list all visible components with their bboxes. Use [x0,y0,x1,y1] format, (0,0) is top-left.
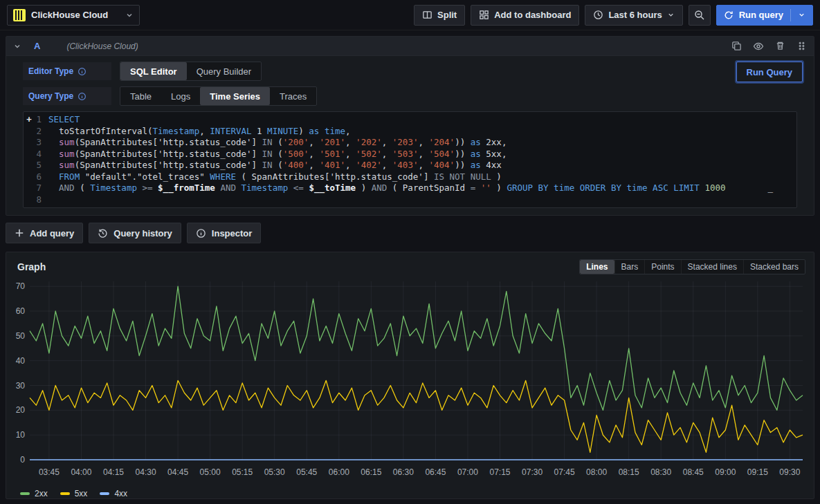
dashboard-grid-icon [479,10,489,20]
query-type-time-series[interactable]: Time Series [200,87,270,105]
add-line-icon [24,137,35,149]
query-type-traces[interactable]: Traces [270,87,316,105]
editor-type-label: Editor Type [28,66,73,76]
add-query-label: Add query [30,228,74,239]
x-tick-label: 05:30 [264,467,285,477]
graph-mode-lines[interactable]: Lines [580,260,614,274]
x-tick-label: 08:45 [683,467,704,477]
add-query-button[interactable]: Add query [6,223,83,243]
chevron-down-icon [125,11,134,19]
datasource-picker[interactable]: ClickHouse Cloud [7,5,140,26]
legend-swatch-icon [100,492,109,495]
legend-item-4xx[interactable]: 4xx [100,489,127,498]
line-number: 2 [35,126,48,138]
line-number: 4 [35,149,48,160]
y-tick-label: 50 [16,331,26,341]
run-query-button[interactable]: Run query [716,5,813,26]
x-tick-label: 04:00 [71,467,91,477]
explore-toolbar: ClickHouse Cloud Split Add to dashboard … [0,0,820,30]
sql-line-code: FROM "default"."otel_traces" WHERE ( Spa… [48,171,502,183]
editor-type-sql-editor[interactable]: SQL Editor [120,62,187,80]
query-type-label-box: Query Type [23,87,111,105]
y-tick-label: 0 [20,455,25,465]
add-line-icon [24,183,35,194]
sql-editor[interactable]: +1SELECT2 toStartOfInterval(Timestamp, I… [23,111,797,208]
time-range-picker[interactable]: Last 6 hours [585,5,682,26]
graph-mode-stacked-bars[interactable]: Stacked bars [743,260,805,274]
query-type-logs[interactable]: Logs [161,87,200,105]
zoom-out-icon [694,10,705,21]
split-button[interactable]: Split [414,5,465,26]
query-history-button[interactable]: Query history [89,223,181,243]
panel-run-query-button[interactable]: Run Query [736,62,803,82]
button-divider [790,9,791,21]
add-line-icon [24,126,35,138]
time-series-chart[interactable]: 01020304050607003:4504:0004:1504:3004:45… [13,277,807,485]
clock-icon [593,10,603,20]
y-tick-label: 30 [16,381,26,391]
add-line-icon [24,194,35,206]
sql-line-code: sum(SpanAttributes['http.status_code'] I… [48,149,507,160]
sql-line: 7 AND ( Timestamp >= $__fromTime AND Tim… [24,183,796,194]
sql-line-code: sum(SpanAttributes['http.status_code'] I… [48,160,502,171]
query-type-table[interactable]: Table [120,87,161,105]
clickhouse-logo-icon [13,9,26,21]
graph-mode-bars[interactable]: Bars [614,260,645,274]
add-to-dashboard-button[interactable]: Add to dashboard [471,5,579,26]
x-tick-label: 03:45 [39,467,60,477]
sql-line: 6 FROM "default"."otel_traces" WHERE ( S… [24,171,796,183]
x-tick-label: 04:30 [136,467,156,477]
drag-handle-icon[interactable] [796,41,807,51]
run-query-label: Run query [739,10,783,20]
graph-mode-points[interactable]: Points [644,260,680,274]
editor-type-label-box: Editor Type [23,62,111,80]
sql-line-code: toStartOfInterval(Timestamp, INTERVAL 1 … [48,126,351,138]
info-circle-icon [196,228,206,239]
hide-query-eye-icon[interactable] [753,41,764,52]
text-cursor: _ [767,183,773,194]
add-line-icon: + [24,114,35,126]
plus-icon [15,228,24,238]
query-row-header[interactable]: A (ClickHouse Cloud) [6,37,814,56]
legend-item-2xx[interactable]: 2xx [20,489,48,498]
delete-query-trash-icon[interactable] [775,41,785,51]
x-tick-label: 06:30 [393,467,414,477]
query-editor-panel: A (ClickHouse Cloud) Editor Type SQL Edi… [6,36,814,216]
graph-panel: Graph LinesBarsPointsStacked linesStacke… [6,252,814,499]
legend-swatch-icon [60,492,70,495]
query-type-label: Query Type [28,91,73,101]
info-icon[interactable] [78,67,86,76]
split-label: Split [437,10,457,20]
query-type-toggle: TableLogsTime SeriesTraces [120,86,317,106]
duplicate-query-icon[interactable] [731,41,742,51]
graph-mode-stacked-lines[interactable]: Stacked lines [681,260,743,274]
zoom-out-button[interactable] [689,5,711,26]
legend-item-5xx[interactable]: 5xx [60,489,88,498]
sql-line: +1SELECT [24,114,796,126]
editor-type-query-builder[interactable]: Query Builder [187,62,261,80]
collapse-chevron-icon[interactable] [13,42,21,50]
y-tick-label: 10 [16,430,26,440]
sql-line: 5 sum(SpanAttributes['http.status_code']… [24,160,796,171]
y-tick-label: 40 [16,356,26,366]
query-ref-id: A [34,41,40,51]
x-tick-label: 06:15 [361,467,381,477]
x-tick-label: 08:30 [650,467,671,477]
add-to-dashboard-label: Add to dashboard [494,10,571,20]
datasource-name: ClickHouse Cloud [31,10,120,20]
graph-mode-toggle: LinesBarsPointsStacked linesStacked bars [579,259,805,274]
add-line-icon [24,149,35,160]
y-tick-label: 70 [16,281,26,291]
sql-line-code: sum(SpanAttributes['http.status_code'] I… [48,137,507,149]
sql-line: 8 [24,194,796,206]
line-number: 7 [35,183,48,194]
chevron-down-icon[interactable] [798,11,805,19]
info-icon[interactable] [78,92,86,101]
x-tick-label: 07:15 [489,467,510,477]
add-line-icon [24,171,35,183]
graph-panel-title: Graph [17,261,46,272]
x-tick-label: 05:00 [200,467,221,477]
add-line-icon [24,160,35,171]
inspector-button[interactable]: Inspector [187,223,262,243]
history-icon [98,228,108,239]
